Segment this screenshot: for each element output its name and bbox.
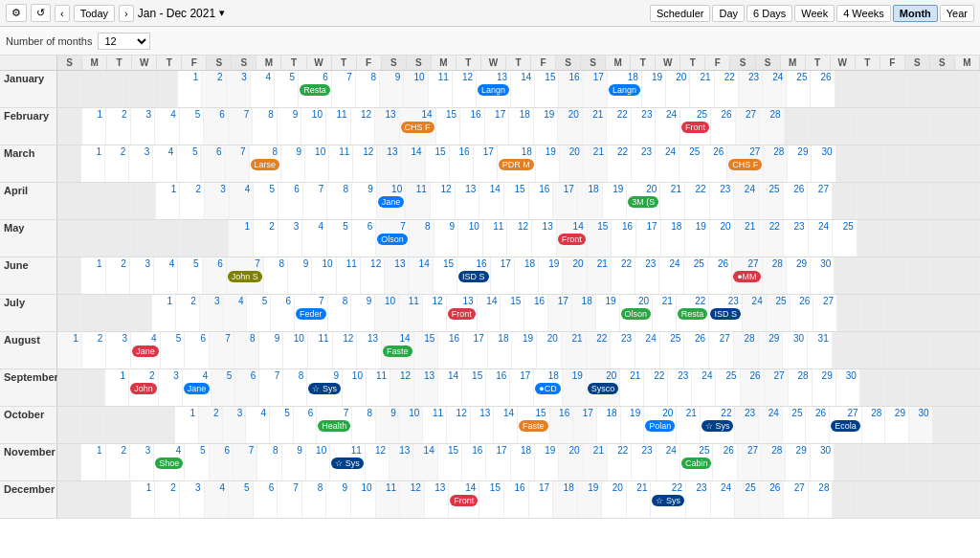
- day-cell[interactable]: [180, 220, 205, 257]
- day-cell[interactable]: 9: [351, 295, 375, 331]
- day-cell[interactable]: 25: [684, 257, 708, 294]
- day-cell[interactable]: 11: [337, 257, 361, 294]
- day-cell[interactable]: 4: [153, 145, 177, 182]
- day-cell[interactable]: [82, 481, 107, 518]
- day-cell[interactable]: 25: [716, 369, 740, 406]
- day-cell[interactable]: 23: [635, 257, 659, 294]
- day-cell[interactable]: [57, 220, 82, 257]
- day-cell[interactable]: 29: [786, 444, 810, 480]
- day-cell[interactable]: [859, 257, 883, 294]
- day-cell[interactable]: 16: [504, 481, 529, 518]
- day-cell[interactable]: 20: [602, 481, 627, 518]
- day-cell[interactable]: [104, 407, 128, 443]
- day-cell[interactable]: 18: [661, 220, 686, 257]
- day-cell[interactable]: 26: [791, 295, 814, 331]
- num-months-select[interactable]: 12 1 2 3 6: [98, 33, 150, 50]
- day-cell[interactable]: [907, 444, 931, 480]
- day-cell[interactable]: 21: [583, 108, 608, 145]
- day-cell[interactable]: 12: [431, 183, 456, 219]
- event-pill[interactable]: ☆ Sys: [308, 383, 341, 394]
- day-cell[interactable]: 22: [608, 145, 632, 182]
- event-pill[interactable]: ●MM: [733, 271, 760, 282]
- day-cell[interactable]: 5: [247, 295, 271, 331]
- day-cell[interactable]: [908, 369, 932, 406]
- day-cell[interactable]: 23: [632, 108, 657, 145]
- day-cell[interactable]: [906, 183, 931, 219]
- day-cell[interactable]: 26: [684, 332, 709, 368]
- event-pill[interactable]: Resta: [300, 84, 330, 96]
- day-cell[interactable]: 20: [537, 332, 562, 368]
- day-cell[interactable]: [81, 71, 105, 107]
- day-cell[interactable]: [57, 108, 82, 145]
- day-cell[interactable]: 8: [234, 332, 259, 368]
- day-cell[interactable]: 10: [351, 481, 376, 518]
- day-cell[interactable]: 28: [764, 145, 788, 182]
- event-pill[interactable]: Front: [448, 308, 476, 320]
- day-cell[interactable]: 13: [414, 369, 438, 406]
- day-cell[interactable]: [932, 145, 956, 182]
- day-cell[interactable]: 23ISD S: [709, 295, 743, 331]
- day-cell[interactable]: 29: [759, 332, 784, 368]
- event-pill[interactable]: ●CD: [535, 383, 560, 394]
- day-cell[interactable]: [57, 295, 81, 331]
- day-cell[interactable]: 23: [739, 71, 763, 107]
- day-cell[interactable]: 26: [711, 108, 736, 145]
- day-cell[interactable]: 26: [703, 145, 727, 182]
- day-cell[interactable]: [152, 407, 176, 443]
- day-cell[interactable]: 15Faste: [518, 407, 550, 443]
- day-cell[interactable]: 1: [81, 444, 105, 480]
- day-cell[interactable]: [955, 108, 980, 145]
- day-cell[interactable]: 1: [175, 407, 199, 443]
- event-pill[interactable]: John: [130, 383, 157, 394]
- day-cell[interactable]: 25: [735, 481, 760, 518]
- day-cell[interactable]: 25: [783, 407, 807, 443]
- day-cell[interactable]: 17: [491, 257, 515, 294]
- day-cell[interactable]: 2: [180, 183, 205, 219]
- day-cell[interactable]: 14: [511, 71, 535, 107]
- prev-button[interactable]: ‹: [55, 5, 70, 22]
- event-pill[interactable]: Feder: [296, 308, 326, 320]
- day-cell[interactable]: 14: [438, 369, 462, 406]
- day-cell[interactable]: 25Cabin: [680, 444, 714, 480]
- day-cell[interactable]: 20: [559, 444, 583, 480]
- day-cell[interactable]: 10: [458, 220, 483, 257]
- day-cell[interactable]: 15: [588, 220, 612, 257]
- day-cell[interactable]: 1: [131, 481, 156, 518]
- day-cell[interactable]: 5: [177, 145, 201, 182]
- day-cell[interactable]: 11: [329, 145, 353, 182]
- event-pill[interactable]: PDR M: [499, 159, 534, 170]
- day-cell[interactable]: 19: [536, 145, 560, 182]
- day-cell[interactable]: 19: [512, 332, 537, 368]
- day-cell[interactable]: 11: [399, 295, 423, 331]
- day-cell[interactable]: 3: [130, 257, 154, 294]
- day-cell[interactable]: 21: [620, 369, 644, 406]
- today-button[interactable]: Today: [74, 5, 115, 22]
- day-cell[interactable]: 9: [259, 332, 284, 368]
- day-cell[interactable]: 5: [178, 257, 202, 294]
- day-cell[interactable]: 25: [767, 295, 791, 331]
- event-pill[interactable]: Jane: [132, 346, 159, 357]
- day-cell[interactable]: 18PDR M: [498, 145, 536, 182]
- day-cell[interactable]: 22: [685, 183, 710, 219]
- day-cell[interactable]: 16: [559, 71, 583, 107]
- day-cell[interactable]: [931, 108, 956, 145]
- day-cell[interactable]: 13Front: [447, 295, 478, 331]
- event-pill[interactable]: Larse: [251, 159, 280, 170]
- day-cell[interactable]: 1: [57, 332, 82, 368]
- day-cell[interactable]: 15: [462, 369, 486, 406]
- refresh-button[interactable]: ↺: [31, 4, 51, 22]
- day-cell[interactable]: 10: [306, 444, 330, 480]
- day-cell[interactable]: [956, 444, 980, 480]
- day-cell[interactable]: [57, 183, 82, 219]
- day-cell[interactable]: 29: [788, 145, 812, 182]
- day-cell[interactable]: 5: [275, 71, 299, 107]
- day-cell[interactable]: 20Olson: [620, 295, 654, 331]
- event-pill[interactable]: Cabin: [681, 458, 712, 469]
- day-cell[interactable]: [834, 108, 858, 145]
- day-cell[interactable]: 14: [478, 295, 501, 331]
- day-cell[interactable]: 15: [535, 71, 559, 107]
- day-cell[interactable]: 2: [106, 444, 130, 480]
- day-cell[interactable]: [837, 295, 861, 331]
- day-cell[interactable]: [57, 444, 81, 480]
- day-cell[interactable]: 20: [563, 257, 587, 294]
